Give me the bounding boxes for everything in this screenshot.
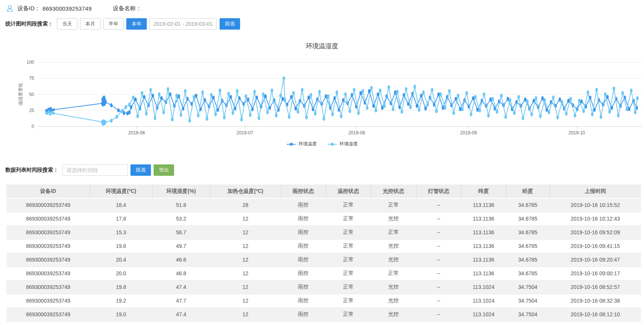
data-point bbox=[448, 89, 451, 93]
data-point bbox=[465, 91, 468, 95]
x-axis-tick-label: 2019-08 bbox=[348, 130, 365, 136]
list-date-range-input[interactable] bbox=[62, 164, 128, 176]
table-cell: -- bbox=[416, 267, 461, 280]
data-point bbox=[219, 88, 221, 93]
table-column-header: 灯管状态 bbox=[416, 185, 461, 198]
table-cell: 雨控 bbox=[281, 267, 326, 280]
table-cell: 47.7 bbox=[152, 294, 210, 308]
table-cell: 正常 bbox=[326, 308, 371, 321]
data-point bbox=[630, 88, 633, 93]
data-point bbox=[559, 98, 561, 102]
table-cell: 正常 bbox=[371, 226, 416, 239]
data-point bbox=[331, 112, 334, 117]
legend-item[interactable]: 环境湿度 bbox=[327, 141, 358, 147]
table-cell: 869300039253749 bbox=[6, 198, 90, 212]
table-cell: 12 bbox=[210, 280, 281, 294]
data-point bbox=[262, 92, 265, 96]
data-point bbox=[158, 92, 161, 96]
table-row[interactable]: 86930003925374920.446.612雨控正常光控--113.113… bbox=[6, 253, 641, 267]
quick-range-button[interactable]: 当天 bbox=[57, 18, 77, 30]
data-point bbox=[193, 95, 195, 99]
data-point bbox=[245, 94, 247, 98]
table-row[interactable]: 86930003925374915.356.712雨控正常正常--113.113… bbox=[6, 226, 641, 239]
data-point bbox=[424, 106, 427, 110]
table-cell: 19.8 bbox=[90, 280, 152, 294]
data-point bbox=[52, 112, 55, 115]
list-filter-button[interactable]: 筛选 bbox=[130, 164, 151, 176]
table-cell: 113.1024 bbox=[461, 294, 506, 308]
data-point bbox=[357, 111, 360, 115]
data-point bbox=[279, 94, 282, 98]
table-cell: 2019-10-16 10:15:52 bbox=[550, 198, 641, 212]
data-point bbox=[214, 112, 217, 117]
device-name-label: 设备名称： bbox=[113, 5, 141, 12]
table-cell: 雨控 bbox=[281, 253, 326, 267]
table-cell: 113.1136 bbox=[461, 239, 506, 253]
table-row[interactable]: 86930003925374919.047.412雨控正常光控--113.102… bbox=[6, 308, 641, 321]
data-point bbox=[145, 112, 148, 116]
legend-item[interactable]: 环境温度 bbox=[286, 141, 317, 147]
data-point bbox=[426, 103, 429, 107]
data-point bbox=[197, 114, 199, 118]
table-row[interactable]: 86930003925374918.451.828雨控正常正常--113.113… bbox=[6, 198, 641, 212]
data-point bbox=[128, 110, 131, 114]
data-point bbox=[388, 85, 390, 90]
table-cell: 53.2 bbox=[152, 212, 210, 226]
table-cell: 19.8 bbox=[90, 239, 152, 253]
table-row[interactable]: 86930003925374919.849.712雨控正常光控--113.113… bbox=[6, 239, 641, 253]
data-point bbox=[340, 114, 342, 118]
table-cell: 19.0 bbox=[90, 308, 152, 321]
quick-range-button[interactable]: 本年 bbox=[126, 18, 147, 30]
data-point bbox=[104, 100, 107, 104]
data-point bbox=[526, 99, 529, 104]
data-point bbox=[522, 116, 525, 120]
data-point bbox=[266, 110, 269, 114]
table-cell: 12 bbox=[210, 212, 281, 226]
data-point bbox=[617, 114, 620, 118]
chart-filter-button[interactable]: 筛选 bbox=[220, 18, 240, 30]
data-point bbox=[489, 98, 492, 102]
x-axis-tick-label: 2019-09 bbox=[460, 130, 477, 136]
data-point bbox=[149, 88, 152, 92]
data-point bbox=[184, 89, 187, 93]
table-cell: 光控 bbox=[371, 253, 416, 267]
data-point bbox=[381, 106, 384, 110]
legend-label: 环境温度 bbox=[298, 141, 317, 147]
table-cell: 12 bbox=[210, 267, 281, 280]
table-cell: 56.7 bbox=[152, 226, 210, 239]
data-point bbox=[154, 116, 156, 120]
page: 设备ID： 869300039253749 设备名称： 统计图时间段搜索： 当天… bbox=[0, 0, 644, 325]
table-row[interactable]: 86930003925374917.853.212雨控正常光控--113.113… bbox=[6, 212, 641, 226]
data-point bbox=[396, 90, 399, 94]
quick-range-button[interactable]: 本月 bbox=[80, 18, 101, 30]
x-axis-tick-label: 2019-06 bbox=[128, 130, 145, 136]
y-axis-tick-label: 75 bbox=[29, 76, 35, 81]
data-point bbox=[360, 91, 362, 95]
export-button[interactable]: 导出 bbox=[154, 164, 174, 176]
data-point bbox=[175, 94, 178, 98]
y-axis-tick-label: 100 bbox=[27, 60, 34, 65]
data-point bbox=[288, 115, 291, 119]
data-point bbox=[344, 92, 347, 96]
table-row[interactable]: 86930003925374919.847.412雨控正常光控--113.102… bbox=[6, 280, 641, 294]
table-cell: 正常 bbox=[326, 280, 371, 294]
data-point bbox=[271, 88, 273, 93]
data-point bbox=[110, 118, 113, 123]
table-cell: 正常 bbox=[326, 294, 371, 308]
data-point bbox=[327, 94, 330, 98]
data-point bbox=[535, 96, 537, 100]
data-point bbox=[366, 106, 369, 110]
data-point bbox=[600, 115, 602, 119]
table-column-header: 设备ID bbox=[6, 185, 90, 198]
data-point bbox=[513, 111, 516, 115]
table-cell: 17.8 bbox=[90, 212, 152, 226]
chart-date-range-input[interactable] bbox=[149, 18, 217, 30]
table-cell: 正常 bbox=[326, 212, 371, 226]
device-info-bar: 设备ID： 869300039253749 设备名称： bbox=[5, 3, 144, 14]
table-row[interactable]: 86930003925374919.247.712雨控正常光控--113.102… bbox=[6, 294, 641, 308]
x-axis-tick-label: 2019-07 bbox=[236, 130, 253, 136]
table-row[interactable]: 86930003925374920.046.812雨控正常正常--113.113… bbox=[6, 267, 641, 280]
data-point bbox=[314, 112, 317, 116]
table-column-header: 纬度 bbox=[461, 185, 506, 198]
quick-range-button[interactable]: 半年 bbox=[103, 18, 124, 30]
